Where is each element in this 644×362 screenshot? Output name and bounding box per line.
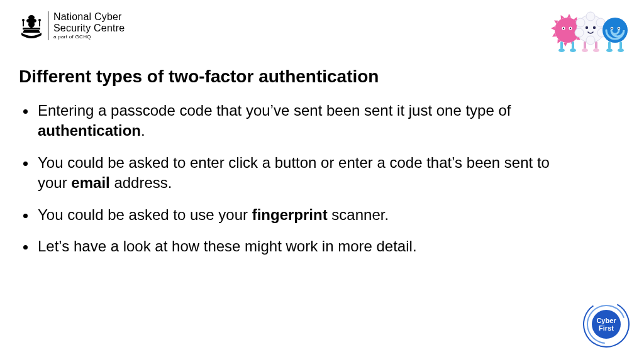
org-sub: a part of GCHQ bbox=[53, 35, 125, 40]
bullet-text: You could be asked to use your bbox=[38, 206, 252, 223]
cyberfirst-badge-icon: Cyber First bbox=[582, 300, 630, 348]
svg-point-35 bbox=[618, 48, 624, 52]
crest-icon bbox=[19, 11, 44, 40]
svg-rect-3 bbox=[23, 21, 24, 26]
list-item: You could be asked to use your fingerpri… bbox=[36, 205, 569, 225]
svg-point-31 bbox=[618, 28, 619, 29]
bullet-text: address. bbox=[110, 174, 172, 191]
svg-point-12 bbox=[558, 48, 565, 52]
bullet-text: Entering a passcode code that you’ve sen… bbox=[38, 102, 511, 119]
svg-point-26 bbox=[593, 48, 599, 52]
bullet-list: Entering a passcode code that you’ve sen… bbox=[19, 101, 569, 268]
page-title: Different types of two-factor authentica… bbox=[19, 67, 379, 87]
org-line2: Security Centre bbox=[53, 23, 125, 34]
slide: National Cyber Security Centre a part of… bbox=[0, 0, 644, 362]
svg-rect-24 bbox=[595, 41, 597, 49]
svg-rect-23 bbox=[584, 41, 586, 49]
bullet-text: scanner. bbox=[328, 206, 389, 223]
badge-line2: First bbox=[599, 324, 614, 332]
bullet-bold: email bbox=[71, 174, 109, 191]
svg-point-8 bbox=[563, 28, 564, 29]
logo-divider bbox=[48, 11, 48, 40]
svg-rect-33 bbox=[619, 41, 622, 49]
svg-rect-32 bbox=[608, 41, 611, 49]
svg-point-15 bbox=[576, 18, 585, 27]
badge-line1: Cyber bbox=[596, 317, 616, 324]
bullet-bold: authentication bbox=[38, 122, 141, 139]
list-item: Entering a passcode code that you’ve sen… bbox=[36, 101, 569, 141]
svg-point-1 bbox=[22, 19, 25, 21]
list-item: Let’s have a look at how these might wor… bbox=[36, 236, 569, 256]
svg-point-25 bbox=[582, 48, 588, 52]
svg-point-13 bbox=[570, 48, 576, 52]
svg-rect-0 bbox=[23, 28, 40, 30]
list-item: You could be asked to enter click a butt… bbox=[36, 153, 569, 194]
bullet-bold: fingerprint bbox=[252, 206, 328, 223]
ncsc-text: National Cyber Security Centre a part of… bbox=[53, 11, 125, 40]
bullet-text: Let’s have a look at how these might wor… bbox=[38, 238, 417, 255]
svg-rect-4 bbox=[39, 21, 40, 26]
svg-point-22 bbox=[593, 26, 596, 29]
svg-point-20 bbox=[586, 36, 595, 45]
bullet-text: . bbox=[141, 122, 145, 139]
svg-point-21 bbox=[586, 26, 588, 29]
svg-point-9 bbox=[570, 28, 571, 29]
svg-point-34 bbox=[606, 48, 613, 52]
svg-rect-10 bbox=[560, 41, 563, 49]
org-line1: National Cyber bbox=[53, 11, 125, 23]
svg-point-2 bbox=[38, 19, 41, 21]
ncsc-logo: National Cyber Security Centre a part of… bbox=[19, 11, 125, 40]
svg-point-30 bbox=[611, 28, 613, 29]
svg-point-17 bbox=[575, 28, 584, 37]
mascot-characters-icon bbox=[551, 9, 633, 59]
svg-rect-11 bbox=[572, 41, 574, 49]
svg-point-19 bbox=[586, 12, 595, 21]
